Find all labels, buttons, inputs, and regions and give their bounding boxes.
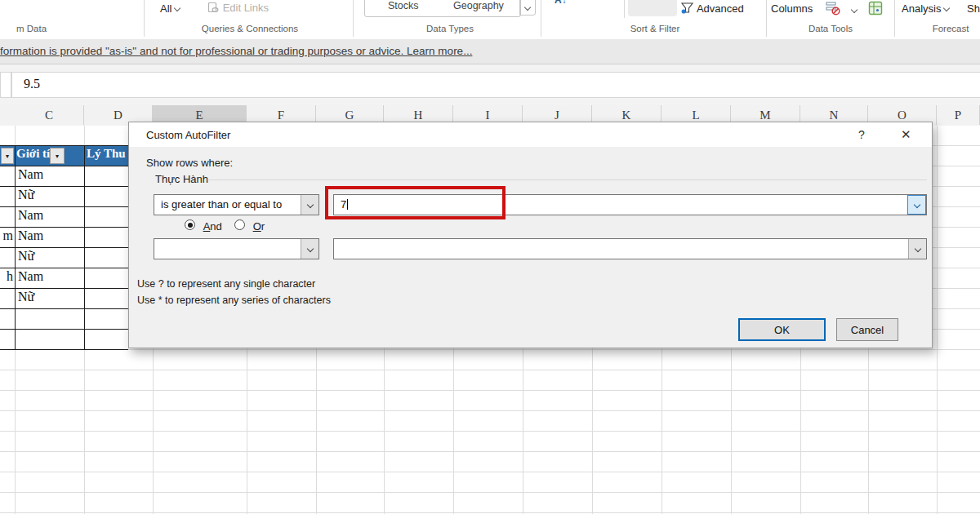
gridline bbox=[0, 431, 980, 432]
forecast-sheet-button[interactable]: Sh bbox=[967, 2, 980, 15]
table-border bbox=[0, 329, 128, 330]
show-rows-where-label: Show rows where: bbox=[146, 157, 233, 169]
table-row-gender: Nam bbox=[18, 167, 43, 182]
group-label-data-types: Data Types bbox=[426, 24, 474, 33]
formula-bar-stub bbox=[0, 72, 11, 98]
gridline bbox=[0, 472, 980, 472]
chevron-down-icon bbox=[174, 5, 180, 11]
gridline bbox=[0, 349, 980, 350]
table-row-gender: Nữ bbox=[18, 188, 34, 202]
data-type-stocks[interactable]: Stocks bbox=[388, 0, 419, 11]
remove-duplicates-icon[interactable] bbox=[826, 2, 841, 16]
stock-disclaimer-bar: formation is provided "as-is" and not fo… bbox=[0, 39, 980, 64]
gridline bbox=[0, 451, 980, 452]
or-radio-circle[interactable] bbox=[234, 219, 245, 230]
dialog-title: Custom AutoFilter bbox=[146, 129, 230, 141]
data-types-gallery[interactable]: Stocks Geography bbox=[364, 0, 521, 17]
dialog-close-button[interactable]: ✕ bbox=[901, 127, 911, 142]
table-border bbox=[0, 227, 128, 228]
formula-bar-input[interactable]: 9.5 bbox=[11, 72, 980, 98]
ribbon: m Data All Edit Links Queries & Connecti… bbox=[0, 0, 980, 40]
operator-combo-1[interactable]: is greater than or equal to bbox=[154, 194, 319, 215]
data-validation-icon[interactable] bbox=[868, 1, 883, 16]
table-border bbox=[0, 247, 128, 248]
group-label-data-tools: Data Tools bbox=[808, 24, 853, 33]
gridline bbox=[0, 410, 980, 411]
table-header-ly-thuyet: Lý Thu bbox=[87, 147, 126, 161]
value-combo-2[interactable] bbox=[333, 238, 927, 259]
formula-bar-value: 9.5 bbox=[24, 77, 40, 91]
column-header-C[interactable]: C bbox=[15, 105, 84, 125]
table-border bbox=[0, 145, 128, 146]
filter-dropdown-button-b[interactable]: ▾ bbox=[1, 148, 14, 164]
table-row-gender: Nam bbox=[18, 269, 43, 284]
refresh-all-button[interactable]: All bbox=[160, 2, 180, 15]
operator-combo-2[interactable] bbox=[154, 238, 319, 259]
group-label-sort-filter: Sort & Filter bbox=[630, 24, 680, 33]
operator-combo-2-arrow[interactable] bbox=[301, 239, 318, 259]
formula-bar-row: 9.5 bbox=[0, 64, 980, 105]
sort-button[interactable]: A↓ bbox=[555, 0, 567, 6]
chevron-down-icon bbox=[943, 5, 950, 11]
hint-single-char: Use ? to represent any single character bbox=[137, 278, 315, 290]
value-combo-1-arrow[interactable] bbox=[907, 195, 926, 215]
learn-more-link[interactable]: Learn more... bbox=[407, 45, 472, 57]
or-radio[interactable]: Or bbox=[234, 219, 265, 233]
table-border bbox=[0, 186, 128, 187]
table-row-gender: Nam bbox=[18, 228, 43, 243]
and-radio-circle[interactable] bbox=[185, 219, 195, 230]
groupbox-line bbox=[207, 179, 927, 180]
ribbon-separator bbox=[766, 0, 767, 37]
dialog-title-bar[interactable]: Custom AutoFilter ? ✕ bbox=[129, 122, 932, 147]
whatif-analysis-button[interactable]: Analysis bbox=[902, 2, 949, 15]
table-border bbox=[0, 349, 128, 350]
advanced-filter-icon bbox=[680, 2, 694, 15]
operator-combo-1-value: is greater than or equal to bbox=[161, 198, 282, 210]
column-header-P[interactable]: P bbox=[937, 105, 980, 125]
dialog-help-button[interactable]: ? bbox=[858, 128, 865, 141]
group-label-forecast: Forecast bbox=[933, 24, 969, 33]
hint-series-char: Use * to represent any series of charact… bbox=[137, 295, 331, 306]
value-combo-1-value: 7 bbox=[341, 198, 346, 210]
data-types-gallery-more-button[interactable] bbox=[519, 0, 536, 16]
value-combo-2-arrow[interactable] bbox=[908, 239, 926, 259]
table-border bbox=[0, 268, 128, 268]
field-name-label: Thực Hành bbox=[155, 173, 208, 185]
ribbon-separator bbox=[894, 0, 895, 37]
filter-dropdown-button-c[interactable]: ▾ bbox=[50, 148, 65, 164]
data-type-geography[interactable]: Geography bbox=[453, 0, 504, 11]
group-label-queries-connections: Queries & Connections bbox=[202, 24, 298, 33]
advanced-filter-button[interactable]: Advanced bbox=[680, 2, 744, 15]
chevron-down-icon[interactable] bbox=[851, 7, 858, 13]
table-border bbox=[15, 145, 16, 350]
edit-links-icon bbox=[207, 2, 220, 14]
ribbon-separator bbox=[541, 0, 541, 37]
ribbon-separator bbox=[624, 0, 625, 18]
ok-button[interactable]: OK bbox=[738, 318, 826, 341]
filter-toggle-button[interactable] bbox=[628, 0, 677, 16]
table-row-gender: Nữ bbox=[18, 249, 34, 264]
text-to-columns-button[interactable]: Columns bbox=[771, 2, 813, 15]
edit-links-label: Edit Links bbox=[223, 2, 269, 14]
table-border bbox=[84, 145, 85, 350]
gridline bbox=[0, 370, 980, 370]
table-row-gender: Nam bbox=[18, 208, 43, 223]
gridline bbox=[0, 390, 980, 391]
gridline bbox=[0, 492, 980, 493]
table-row-name-overflow: m bbox=[0, 228, 13, 243]
gridline bbox=[937, 126, 938, 514]
operator-combo-1-arrow[interactable] bbox=[301, 195, 318, 215]
ribbon-separator bbox=[144, 0, 145, 37]
table-row-name-overflow: h bbox=[0, 269, 13, 284]
table-border bbox=[0, 206, 128, 207]
edit-links-button[interactable]: Edit Links bbox=[207, 2, 269, 14]
value-combo-1[interactable]: 7 bbox=[333, 194, 927, 215]
and-radio[interactable]: And bbox=[185, 219, 222, 233]
cancel-button[interactable]: Cancel bbox=[836, 318, 898, 341]
table-row-gender: Nữ bbox=[18, 290, 34, 304]
table-border bbox=[0, 308, 128, 309]
gridline bbox=[0, 512, 980, 513]
table-border bbox=[0, 166, 128, 166]
advanced-filter-label: Advanced bbox=[697, 2, 744, 15]
ribbon-separator bbox=[353, 0, 354, 37]
